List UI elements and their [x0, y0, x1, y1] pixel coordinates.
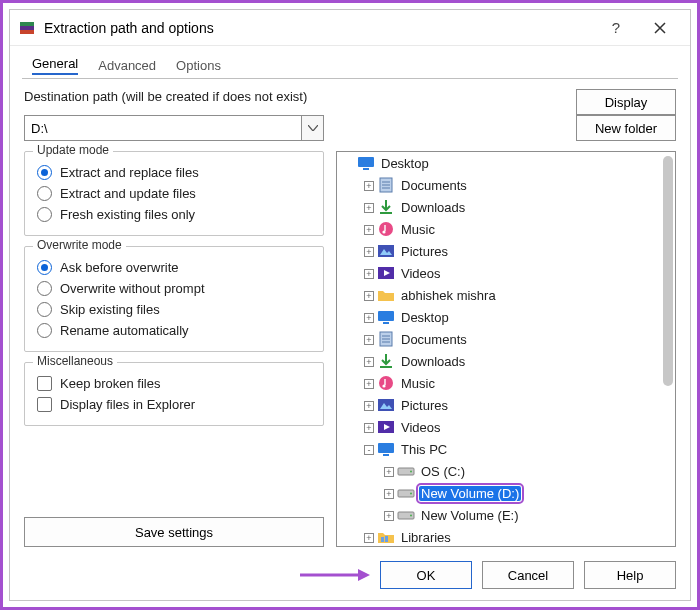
svg-rect-16 — [378, 311, 394, 321]
tree-node[interactable]: +abhishek mishra — [337, 284, 657, 306]
tree-node-label: New Volume (E:) — [419, 508, 521, 523]
tree-node[interactable]: Desktop — [337, 152, 657, 174]
option-label: Extract and update files — [60, 186, 196, 201]
radio-option[interactable]: Rename automatically — [37, 320, 311, 341]
expand-icon[interactable]: + — [363, 200, 375, 214]
radio-icon[interactable] — [37, 186, 52, 201]
option-label: Ask before overwrite — [60, 260, 179, 275]
tree-node[interactable]: +Documents — [337, 174, 657, 196]
close-button[interactable] — [638, 10, 682, 46]
doc-icon — [377, 177, 395, 193]
ok-button[interactable]: OK — [380, 561, 472, 589]
tab-advanced[interactable]: Advanced — [88, 54, 166, 77]
drive-icon — [397, 463, 415, 479]
desktop2-icon — [377, 309, 395, 325]
expand-icon[interactable]: + — [363, 354, 375, 368]
radio-icon[interactable] — [37, 207, 52, 222]
videos-icon — [377, 265, 395, 281]
radio-option[interactable]: Ask before overwrite — [37, 257, 311, 278]
destination-path-dropdown[interactable] — [302, 115, 324, 141]
destination-path-input[interactable] — [24, 115, 302, 141]
expand-icon[interactable]: + — [383, 464, 395, 478]
tree-node[interactable]: +New Volume (E:) — [337, 504, 657, 526]
expand-icon[interactable]: + — [363, 332, 375, 346]
svg-point-10 — [379, 222, 393, 236]
tree-node-label: Downloads — [399, 200, 467, 215]
collapse-icon[interactable]: - — [363, 442, 375, 456]
tree-node[interactable]: +Pictures — [337, 394, 657, 416]
radio-icon[interactable] — [37, 302, 52, 317]
expand-icon[interactable]: + — [363, 530, 375, 544]
expand-icon[interactable]: + — [363, 244, 375, 258]
tree-node[interactable]: +Music — [337, 218, 657, 240]
option-label: Display files in Explorer — [60, 397, 195, 412]
radio-icon[interactable] — [37, 260, 52, 275]
checkbox-option[interactable]: Keep broken files — [37, 373, 311, 394]
svg-point-34 — [410, 493, 412, 495]
expand-icon[interactable]: + — [363, 420, 375, 434]
radio-icon[interactable] — [37, 165, 52, 180]
tree-node[interactable]: -This PC — [337, 438, 657, 460]
tree-node[interactable]: +New Volume (D:) — [337, 482, 657, 504]
tree-node[interactable]: +Pictures — [337, 240, 657, 262]
tree-node-label: Music — [399, 376, 437, 391]
tree-node-label: OS (C:) — [419, 464, 467, 479]
tree-node[interactable]: +Videos — [337, 262, 657, 284]
radio-option[interactable]: Extract and replace files — [37, 162, 311, 183]
tree-node[interactable]: +Desktop — [337, 306, 657, 328]
tree-node-label: Documents — [399, 178, 469, 193]
pictures-icon — [377, 397, 395, 413]
expand-icon[interactable]: + — [363, 376, 375, 390]
expand-icon[interactable]: + — [363, 178, 375, 192]
tree-scrollbar[interactable] — [663, 156, 673, 542]
svg-point-24 — [382, 384, 385, 387]
scrollbar-thumb[interactable] — [663, 156, 673, 386]
radio-icon[interactable] — [37, 281, 52, 296]
tab-bar: GeneralAdvancedOptions — [10, 46, 690, 79]
expand-icon[interactable]: + — [363, 222, 375, 236]
tree-node-label: Documents — [399, 332, 469, 347]
tree-node[interactable]: +Documents — [337, 328, 657, 350]
tree-node[interactable]: +OS (C:) — [337, 460, 657, 482]
svg-rect-3 — [358, 157, 374, 167]
tree-node[interactable]: +Libraries — [337, 526, 657, 546]
tree-node-label: Pictures — [399, 244, 450, 259]
expand-icon[interactable]: + — [363, 266, 375, 280]
radio-option[interactable]: Extract and update files — [37, 183, 311, 204]
destination-path-label: Destination path (will be created if doe… — [24, 89, 324, 115]
tree-node[interactable]: +Videos — [337, 416, 657, 438]
tree-node[interactable]: +Music — [337, 372, 657, 394]
checkbox-icon[interactable] — [37, 376, 52, 391]
tab-options[interactable]: Options — [166, 54, 231, 77]
tab-general[interactable]: General — [22, 52, 88, 79]
checkbox-icon[interactable] — [37, 397, 52, 412]
checkbox-option[interactable]: Display files in Explorer — [37, 394, 311, 415]
expand-icon[interactable]: + — [363, 310, 375, 324]
display-button[interactable]: Display — [576, 89, 676, 115]
radio-option[interactable]: Skip existing files — [37, 299, 311, 320]
libraries-icon — [377, 529, 395, 545]
radio-option[interactable]: Overwrite without prompt — [37, 278, 311, 299]
music-icon — [377, 375, 395, 391]
expand-icon[interactable]: + — [383, 486, 395, 500]
radio-option[interactable]: Fresh existing files only — [37, 204, 311, 225]
help-button-bottom[interactable]: Help — [584, 561, 676, 589]
save-settings-button[interactable]: Save settings — [24, 517, 324, 547]
svg-point-32 — [410, 471, 412, 473]
extraction-dialog: Extraction path and options ? GeneralAdv… — [9, 9, 691, 601]
expand-icon[interactable]: + — [363, 398, 375, 412]
tree-node-label: Pictures — [399, 398, 450, 413]
radio-icon[interactable] — [37, 323, 52, 338]
svg-rect-30 — [383, 454, 389, 456]
tree-node[interactable]: +Downloads — [337, 350, 657, 372]
new-folder-button[interactable]: New folder — [576, 115, 676, 141]
help-button[interactable]: ? — [594, 10, 638, 46]
tree-node[interactable]: +Downloads — [337, 196, 657, 218]
svg-rect-1 — [20, 22, 34, 26]
download-icon — [377, 353, 395, 369]
dialog-button-row: OK Cancel Help — [10, 551, 690, 603]
cancel-button[interactable]: Cancel — [482, 561, 574, 589]
expand-icon[interactable]: + — [383, 508, 395, 522]
expand-icon[interactable]: + — [363, 288, 375, 302]
tree-node-label: Music — [399, 222, 437, 237]
